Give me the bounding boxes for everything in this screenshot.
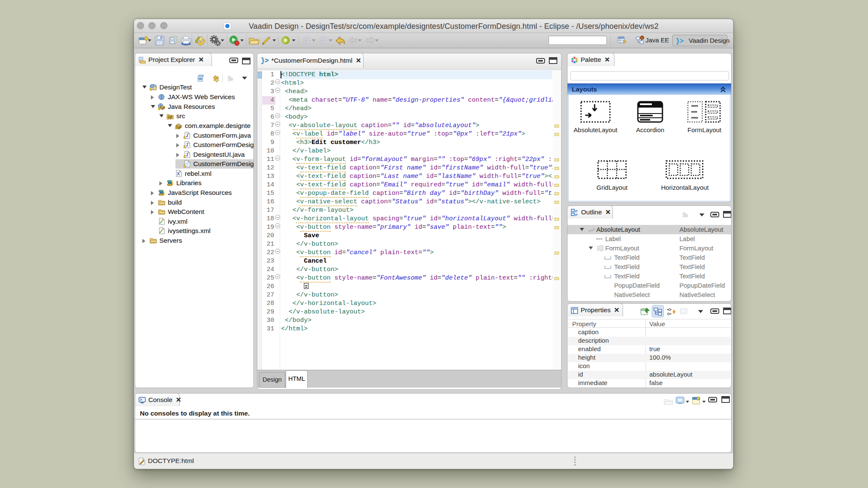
svg-text:X: X <box>177 172 180 176</box>
svg-text:J: J <box>186 143 188 147</box>
svg-text:}>: }> <box>676 38 684 44</box>
svg-text:J: J <box>186 152 188 157</box>
svg-text:J: J <box>186 133 188 138</box>
